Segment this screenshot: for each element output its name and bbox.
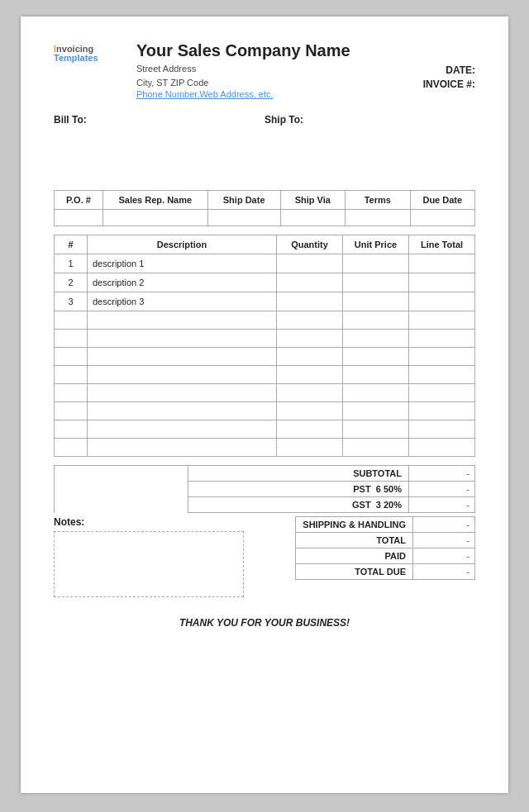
total-due-label: TOTAL DUE <box>296 564 413 580</box>
row-num-empty <box>55 402 88 420</box>
row-line-total[interactable] <box>409 292 475 311</box>
sales-rep-value[interactable] <box>102 210 207 226</box>
row-num-empty <box>55 384 88 402</box>
row-desc-empty[interactable] <box>88 402 277 420</box>
logo-area: Invoicing Templates <box>54 45 128 63</box>
table-row <box>55 348 475 366</box>
row-line-total-empty[interactable] <box>409 311 475 330</box>
ship-to-content[interactable] <box>264 126 475 175</box>
row-line-total-empty[interactable] <box>409 366 475 384</box>
phone-web-link[interactable]: Phone Number,Web Address, etc. <box>136 89 423 99</box>
date-label: DATE: <box>423 64 475 76</box>
row-unit-price[interactable] <box>343 254 409 273</box>
bill-to-content[interactable] <box>54 126 264 175</box>
ship-date-value[interactable] <box>207 210 280 226</box>
row-line-total-empty[interactable] <box>409 330 475 348</box>
row-qty-empty[interactable] <box>277 420 343 439</box>
row-qty-empty[interactable] <box>277 402 343 420</box>
row-unit-price-empty[interactable] <box>343 420 409 439</box>
row-line-total[interactable] <box>409 273 475 292</box>
gst-value: - <box>409 497 475 513</box>
col-quantity: Quantity <box>277 235 343 254</box>
thank-you-text: THANK YOU FOR YOUR BUSINESS! <box>179 617 350 629</box>
gst-desc-spacer <box>88 497 122 513</box>
row-desc[interactable]: description 2 <box>88 273 277 292</box>
row-desc-empty[interactable] <box>88 439 277 457</box>
pst-value: - <box>409 482 475 497</box>
row-unit-price-empty[interactable] <box>343 366 409 384</box>
row-num: 2 <box>55 273 88 292</box>
row-unit-price[interactable] <box>343 292 409 311</box>
row-desc[interactable]: description 1 <box>88 254 277 273</box>
gst-rate: 3 20% <box>376 500 402 510</box>
order-data-row <box>55 210 475 226</box>
row-unit-price-empty[interactable] <box>343 348 409 366</box>
bill-ship-section: Bill To: Ship To: <box>54 114 475 175</box>
row-unit-price[interactable] <box>343 273 409 292</box>
paid-row: PAID - <box>296 548 475 564</box>
shipping-label: SHIPPING & HANDLING <box>296 517 413 533</box>
row-qty[interactable] <box>277 254 343 273</box>
row-desc[interactable]: description 3 <box>88 292 277 311</box>
ship-via-value[interactable] <box>280 210 345 226</box>
row-line-total-empty[interactable] <box>409 348 475 366</box>
col-ship-via: Ship Via <box>280 191 345 210</box>
row-unit-price-empty[interactable] <box>343 311 409 330</box>
row-num: 3 <box>55 292 88 311</box>
row-unit-price-empty[interactable] <box>343 330 409 348</box>
row-qty[interactable] <box>277 273 343 292</box>
row-qty[interactable] <box>277 292 343 311</box>
po-value[interactable] <box>55 210 103 226</box>
row-line-total[interactable] <box>409 254 475 273</box>
notes-box[interactable] <box>54 531 244 597</box>
row-qty-empty[interactable] <box>277 330 343 348</box>
pst-row: PST 6 50% - <box>55 482 475 497</box>
header-section: Invoicing Templates Your Sales Company N… <box>54 41 475 99</box>
row-desc-empty[interactable] <box>88 311 277 330</box>
due-date-value[interactable] <box>410 210 474 226</box>
footer-text: THANK YOU FOR YOUR BUSINESS! <box>54 617 475 629</box>
col-line-total: Line Total <box>409 235 475 254</box>
col-terms: Terms <box>345 191 410 210</box>
gst-left-spacer <box>55 497 88 513</box>
subtotal-left-spacer <box>55 466 88 482</box>
gst-row: GST 3 20% - <box>55 497 475 513</box>
row-desc-empty[interactable] <box>88 366 277 384</box>
row-qty-empty[interactable] <box>277 366 343 384</box>
row-line-total-empty[interactable] <box>409 439 475 457</box>
total-label: TOTAL <box>296 533 413 548</box>
subtotal-desc-spacer <box>88 466 122 482</box>
row-unit-price-empty[interactable] <box>343 384 409 402</box>
col-due-date: Due Date <box>410 191 474 210</box>
shipping-row: SHIPPING & HANDLING - <box>296 517 475 533</box>
row-num-empty <box>55 366 88 384</box>
desc-header-row: # Description Quantity Unit Price Line T… <box>55 235 475 254</box>
terms-value[interactable] <box>345 210 410 226</box>
row-qty-empty[interactable] <box>277 384 343 402</box>
row-desc-empty[interactable] <box>88 384 277 402</box>
row-desc-empty[interactable] <box>88 420 277 439</box>
row-desc-empty[interactable] <box>88 330 277 348</box>
row-line-total-empty[interactable] <box>409 420 475 439</box>
row-line-total-empty[interactable] <box>409 384 475 402</box>
logo-templates: Templates <box>54 53 98 63</box>
row-num-empty <box>55 330 88 348</box>
company-name: Your Sales Company Name <box>136 41 423 60</box>
total-value: - <box>413 533 475 548</box>
col-unit-price: Unit Price <box>343 235 409 254</box>
total-due-value: - <box>413 564 475 580</box>
pst-label-cell: PST 6 50% <box>188 482 408 497</box>
subtotals-table: SUBTOTAL - PST 6 50% - GST 3 20% - <box>54 465 475 513</box>
row-qty-empty[interactable] <box>277 348 343 366</box>
row-unit-price-empty[interactable] <box>343 402 409 420</box>
row-desc-empty[interactable] <box>88 348 277 366</box>
remaining-totals-table: SHIPPING & HANDLING - TOTAL - PAID - TOT… <box>295 516 475 580</box>
row-line-total-empty[interactable] <box>409 402 475 420</box>
row-num-empty <box>55 348 88 366</box>
row-qty-empty[interactable] <box>277 311 343 330</box>
row-unit-price-empty[interactable] <box>343 439 409 457</box>
row-num-empty <box>55 311 88 330</box>
total-row: TOTAL - <box>296 533 475 548</box>
row-qty-empty[interactable] <box>277 439 343 457</box>
gst-label: GST <box>352 500 371 510</box>
